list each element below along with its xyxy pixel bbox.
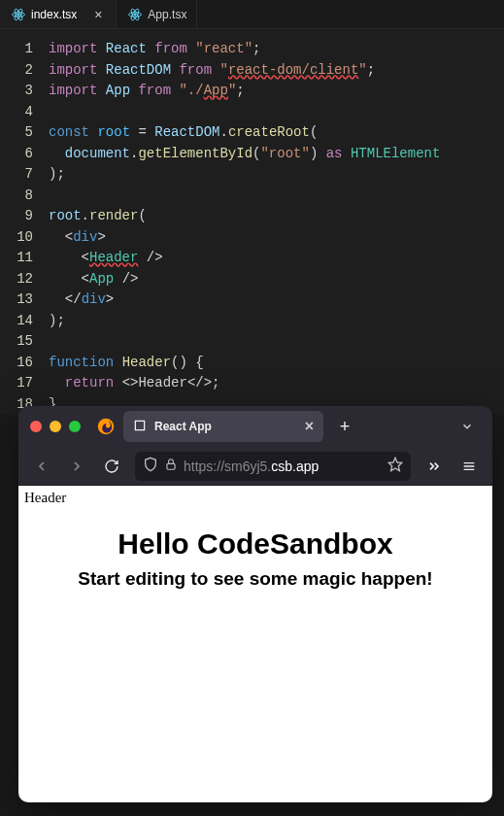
code-editor[interactable]: 1234 5678 9101112 13141516 1718 import R…	[0, 29, 504, 415]
window-minimize-icon[interactable]	[50, 421, 61, 432]
editor-tabs: index.tsx × App.tsx	[0, 0, 504, 29]
close-icon[interactable]: ×	[305, 418, 314, 435]
back-button[interactable]	[26, 451, 57, 482]
svg-point-0	[17, 13, 19, 15]
window-close-icon[interactable]	[30, 421, 42, 432]
header-output: Header	[18, 486, 492, 510]
svg-rect-10	[167, 463, 175, 469]
reload-button[interactable]	[96, 451, 127, 482]
shield-icon[interactable]	[143, 457, 158, 475]
overflow-button[interactable]	[419, 451, 450, 482]
page-heading: Hello CodeSandbox	[18, 527, 492, 561]
url-text: https://sm6yj5.csb.app	[184, 459, 319, 474]
browser-toolbar: https://sm6yj5.csb.app	[18, 447, 492, 486]
window-maximize-icon[interactable]	[69, 421, 81, 432]
window-controls	[30, 421, 81, 432]
url-bar[interactable]: https://sm6yj5.csb.app	[135, 452, 411, 481]
browser-titlebar: React App × +	[18, 406, 492, 447]
page-subheading: Start editing to see some magic happen!	[18, 568, 492, 590]
svg-rect-9	[135, 421, 144, 429]
new-tab-button[interactable]: +	[331, 413, 358, 440]
bookmark-icon[interactable]	[387, 457, 403, 475]
code-content[interactable]: import React from "react"; import ReactD…	[49, 39, 440, 415]
page-favicon	[133, 419, 147, 435]
editor-tab-app[interactable]: App.tsx	[117, 0, 197, 28]
menu-button[interactable]	[454, 451, 485, 482]
editor-tab-index[interactable]: index.tsx ×	[0, 0, 117, 28]
lock-icon[interactable]	[164, 458, 178, 474]
editor-tab-label: index.tsx	[31, 8, 77, 21]
browser-tab[interactable]: React App ×	[123, 411, 323, 442]
close-icon[interactable]: ×	[90, 7, 106, 22]
react-icon	[12, 8, 25, 21]
tabs-dropdown-icon[interactable]	[454, 420, 481, 433]
page-content: Header Hello CodeSandbox Start editing t…	[18, 486, 492, 802]
line-gutter: 1234 5678 9101112 13141516 1718	[0, 39, 49, 415]
browser-tab-title: React App	[154, 420, 212, 433]
browser-window: React App × + https://sm6yj5.csb.app	[18, 406, 492, 802]
firefox-icon	[96, 417, 116, 436]
editor-tab-label: App.tsx	[148, 8, 186, 21]
svg-marker-11	[388, 458, 401, 470]
react-icon	[128, 8, 142, 21]
forward-button[interactable]	[61, 451, 92, 482]
svg-point-4	[134, 13, 136, 15]
